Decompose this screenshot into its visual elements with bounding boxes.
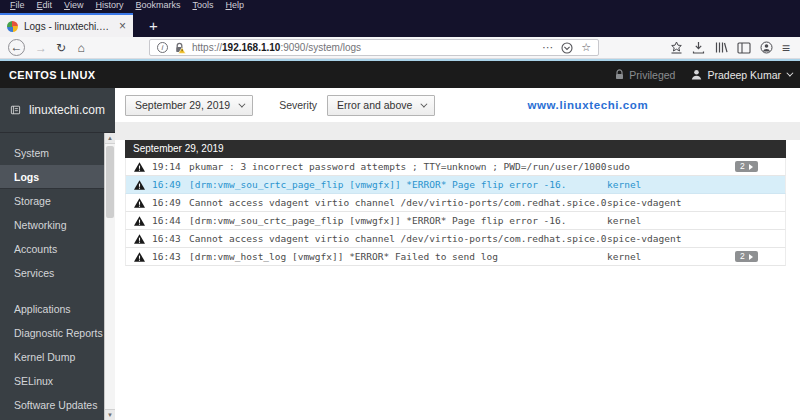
scroll-down-icon[interactable]: ▼ (105, 409, 115, 420)
os-brand-label: CENTOS LINUX (9, 69, 96, 81)
sidebar-scrollbar[interactable]: ▲ ▼ (104, 133, 115, 420)
log-service: spice-vdagent (607, 197, 735, 208)
home-button[interactable]: ⌂ (71, 41, 91, 55)
grouped-count-badge[interactable]: 2 (735, 251, 758, 262)
log-service: kernel (607, 179, 735, 190)
log-time: 16:43 (152, 233, 189, 244)
log-day-header: September 29, 2019 (125, 140, 786, 158)
severity-label: Severity (279, 99, 317, 111)
log-row-highlighted[interactable]: 16:49 [drm:vmw_sou_crtc_page_flip [vmwgf… (125, 176, 786, 194)
sidebar-item-storage[interactable]: Storage (0, 189, 104, 213)
url-text: https://192.168.1.10:9090/system/logs (192, 42, 361, 53)
chevron-right-icon (749, 164, 753, 170)
content-spacer (115, 122, 800, 140)
warning-icon (126, 252, 152, 262)
menu-view[interactable]: View (58, 0, 89, 11)
log-service: kernel (607, 251, 735, 262)
sidebar-item-kernel-dump[interactable]: Kernel Dump (0, 345, 104, 369)
page-actions-icon[interactable]: ⋯ (542, 41, 553, 54)
toolbar-icons: ≡ (670, 40, 792, 56)
log-row[interactable]: 16:43 [drm:vmw_host_log [vmwgfx]] *ERROR… (125, 248, 786, 266)
log-row[interactable]: 16:43 Cannot access vdagent virtio chann… (125, 230, 786, 248)
menu-help[interactable]: Help (219, 0, 250, 11)
sidebar-item-accounts[interactable]: Accounts (0, 237, 104, 261)
account-icon[interactable] (760, 41, 773, 54)
log-service: spice-vdagent (607, 233, 735, 244)
tab-close-icon[interactable]: × (119, 19, 126, 33)
date-filter-dropdown[interactable]: September 29, 2019 (125, 95, 253, 116)
menu-file[interactable]: File (4, 0, 31, 11)
sidebar-item-applications[interactable]: Applications (0, 297, 104, 321)
insecure-lock-icon[interactable] (174, 42, 186, 54)
menu-history[interactable]: History (89, 0, 129, 11)
log-row[interactable]: 19:14 pkumar : 3 incorrect password atte… (125, 158, 786, 176)
grouped-count-badge[interactable]: 2 (735, 161, 758, 172)
log-message: [drm:vmw_sou_crtc_page_flip [vmwgfx]] *E… (189, 179, 607, 190)
user-menu[interactable]: Pradeep Kumar (691, 69, 791, 81)
warning-icon (126, 234, 152, 244)
lock-icon (615, 69, 624, 80)
sidebar-toggle-icon[interactable] (737, 42, 751, 54)
log-message: [drm:vmw_host_log [vmwgfx]] *ERROR* Fail… (189, 251, 607, 262)
forward-button[interactable]: → (31, 41, 51, 55)
cockpit-sidebar: linuxtechi.com System Logs Storage Netwo… (0, 88, 115, 420)
bookmark-star-icon[interactable]: ☆ (581, 41, 591, 54)
page-info-icon[interactable]: i (157, 42, 168, 53)
sidebar-item-diagnostic-reports[interactable]: Diagnostic Reports (0, 321, 104, 345)
log-message: pkumar : 3 incorrect password attempts ;… (189, 161, 607, 172)
log-time: 16:44 (152, 215, 189, 226)
log-message: Cannot access vdagent virtio channel /de… (189, 197, 607, 208)
host-icon (10, 102, 21, 118)
severity-filter-dropdown[interactable]: Error and above (327, 95, 435, 116)
address-bar[interactable]: i https://192.168.1.10:9090/system/logs … (149, 39, 599, 56)
cockpit-header: CENTOS LINUX Privileged Pradeep Kumar (0, 61, 800, 88)
scrollbar-thumb[interactable] (106, 146, 114, 218)
sidebar-item-selinux[interactable]: SELinux (0, 369, 104, 393)
sidebar-item-system[interactable]: System (0, 141, 104, 165)
menu-tools[interactable]: Tools (186, 0, 219, 11)
log-time: 16:49 (152, 179, 189, 190)
reload-button[interactable]: ↻ (51, 41, 71, 55)
logs-filterbar: September 29, 2019 Severity Error and ab… (115, 88, 800, 122)
chevron-down-icon (239, 100, 246, 107)
site-watermark: www.linuxtechi.com (527, 99, 648, 111)
sidebar-item-software-updates[interactable]: Software Updates (0, 393, 104, 417)
log-time: 19:14 (152, 161, 189, 172)
sidebar-item-services[interactable]: Services (0, 261, 104, 285)
warning-icon (126, 180, 152, 190)
scroll-up-icon[interactable]: ▲ (105, 133, 115, 144)
logs-page: September 29, 2019 Severity Error and ab… (115, 88, 800, 420)
log-row[interactable]: 16:49 Cannot access vdagent virtio chann… (125, 194, 786, 212)
browser-tabbar: Logs - linuxtechi.com × + (0, 11, 800, 37)
sidebar-item-networking[interactable]: Networking (0, 213, 104, 237)
sidebar-item-logs[interactable]: Logs (0, 165, 104, 189)
browser-navbar: ← → ↻ ⌂ i https://192.168.1.10:9090/syst… (0, 37, 800, 59)
chevron-down-icon (786, 70, 793, 77)
new-tab-button[interactable]: + (143, 15, 164, 37)
back-button[interactable]: ← (8, 39, 25, 56)
log-row[interactable]: 16:44 [drm:vmw_sou_crtc_page_flip [vmwgf… (125, 212, 786, 230)
host-switcher[interactable]: linuxtechi.com (0, 88, 115, 133)
bookmarks-toolbar-icon[interactable] (670, 41, 683, 54)
log-service: sudo (607, 161, 735, 172)
browser-menubar: File Edit View History Bookmarks Tools H… (0, 0, 800, 11)
log-table: September 29, 2019 19:14 pkumar : 3 inco… (125, 140, 786, 266)
warning-icon (126, 216, 152, 226)
menu-bookmarks[interactable]: Bookmarks (129, 0, 186, 11)
warning-icon (126, 198, 152, 208)
pocket-icon[interactable] (561, 42, 573, 54)
browser-tab-active[interactable]: Logs - linuxtechi.com × (0, 13, 133, 37)
downloads-icon[interactable] (692, 41, 705, 54)
chevron-down-icon (421, 100, 428, 107)
hamburger-menu-icon[interactable]: ≡ (782, 40, 790, 56)
host-name: linuxtechi.com (29, 103, 105, 117)
library-icon[interactable] (714, 41, 728, 54)
privileged-status: Privileged (615, 69, 675, 81)
user-icon (691, 69, 702, 80)
browser-window: File Edit View History Bookmarks Tools H… (0, 0, 800, 420)
chevron-right-icon (749, 254, 753, 260)
sidebar-nav: System Logs Storage Networking Accounts … (0, 133, 115, 417)
log-service: kernel (607, 215, 735, 226)
menu-edit[interactable]: Edit (31, 0, 59, 11)
log-message: Cannot access vdagent virtio channel /de… (189, 233, 607, 244)
